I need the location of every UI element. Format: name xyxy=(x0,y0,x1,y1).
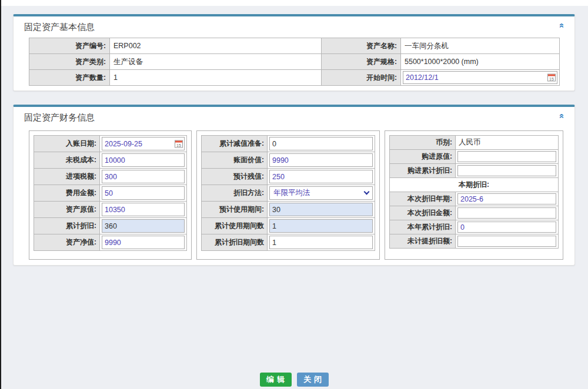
asset-name-value: 一车间分条机 xyxy=(401,38,560,54)
salvage-value-label: 预计残值: xyxy=(202,169,268,185)
untaxed-cost-label: 未税成本: xyxy=(34,152,100,168)
calendar-icon-day: 15 xyxy=(548,77,555,82)
table-row: 资产类别: 生产设备 资产规格: 5500*1000*2000 (mm) xyxy=(29,54,560,70)
table-row: 资产数量: 1 开始时间: 15 xyxy=(29,70,560,86)
asset-spec-value: 5500*1000*2000 (mm) xyxy=(401,54,560,70)
current-depr-amount-label: 本次折旧金额: xyxy=(390,206,456,220)
purchase-accum-depr-label: 购进累计折旧: xyxy=(390,164,456,177)
field-row: 累计使用期间数 xyxy=(201,217,375,234)
window-left-edge xyxy=(0,0,1,389)
financial-group-left: 入账日期: 15 未税成本: 进项税额: 费用金额: xyxy=(29,130,192,260)
book-value-label: 账面价值: xyxy=(202,152,268,168)
asset-category-value: 生产设备 xyxy=(110,54,322,70)
current-depr-amount-input[interactable] xyxy=(457,207,556,219)
start-date-label: 开始时间: xyxy=(322,70,401,86)
fee-amount-input[interactable] xyxy=(102,186,185,200)
undepreciated-amount-input[interactable] xyxy=(457,236,556,247)
depreciation-method-select[interactable]: 年限平均法 xyxy=(269,186,373,200)
financial-group-right: 币别: 人民币 购进原值: 购进累计折旧: 本期折旧: 本次折旧年期: 本次折旧… xyxy=(385,130,563,260)
accum-depreciation-input[interactable] xyxy=(102,219,185,233)
field-row: 未计提折旧额: xyxy=(389,234,559,249)
calendar-icon-top xyxy=(548,75,555,76)
financial-group-middle: 累计减值准备: 账面价值: 预计残值: 折旧方法: 年限平均法 预计使用期间: xyxy=(196,130,380,260)
current-depreciation-header: 本期折旧: xyxy=(389,177,559,192)
purchase-original-label: 购进原值: xyxy=(390,150,456,163)
impairment-reserve-label: 累计减值准备: xyxy=(202,136,268,152)
collapse-basic-button[interactable]: « xyxy=(557,20,567,31)
ytd-accum-depr-label: 本年累计折旧: xyxy=(390,220,456,234)
field-row: 累计减值准备: xyxy=(201,135,375,152)
field-row: 预计残值: xyxy=(201,168,375,185)
entry-date-label: 入账日期: xyxy=(34,136,100,152)
original-value-label: 资产原值: xyxy=(34,202,100,217)
asset-quantity-value: 1 xyxy=(110,70,322,86)
current-depr-period-label: 本次折旧年期: xyxy=(390,192,456,206)
asset-category-label: 资产类别: xyxy=(29,54,110,70)
net-value-label: 资产净值: xyxy=(34,234,100,250)
field-row: 进项税额: xyxy=(34,168,187,185)
fee-amount-label: 费用金额: xyxy=(34,185,100,201)
ytd-accum-depr-input[interactable] xyxy=(457,222,556,233)
purchase-original-input[interactable] xyxy=(457,151,556,162)
original-value-input[interactable] xyxy=(102,203,185,216)
footer-actions: 编辑 关闭 xyxy=(0,373,588,387)
top-strip xyxy=(0,0,588,6)
field-row: 预计使用期间: xyxy=(201,201,375,218)
field-row: 累计折旧期间数 xyxy=(201,234,375,251)
field-row: 本次折旧金额: xyxy=(389,206,559,220)
untaxed-cost-input[interactable] xyxy=(102,153,185,167)
entry-date-input[interactable] xyxy=(102,137,185,150)
field-row: 累计折旧: xyxy=(34,217,187,234)
depreciated-periods-input[interactable] xyxy=(269,236,373,249)
table-row: 资产编号: ERP002 资产名称: 一车间分条机 xyxy=(29,38,560,54)
field-row: 购进原值: xyxy=(389,149,559,164)
currency-value: 人民币 xyxy=(457,138,481,147)
net-value-input[interactable] xyxy=(102,236,185,249)
field-row: 购进累计折旧: xyxy=(389,163,559,178)
edit-button[interactable]: 编辑 xyxy=(260,373,292,387)
calendar-icon[interactable]: 15 xyxy=(175,140,183,147)
chevron-down-icon xyxy=(364,189,370,195)
field-row: 本年累计折旧: xyxy=(389,220,559,234)
depreciation-method-value: 年限平均法 xyxy=(273,188,310,198)
input-tax-input[interactable] xyxy=(102,170,185,183)
field-row: 费用金额: xyxy=(34,185,187,202)
used-periods-label: 累计使用期间数 xyxy=(202,218,268,234)
asset-quantity-label: 资产数量: xyxy=(29,70,110,86)
field-row: 本次折旧年期: xyxy=(389,192,559,206)
asset-code-label: 资产编号: xyxy=(29,38,110,54)
financial-section-title: 固定资产财务信息 xyxy=(24,112,95,123)
field-row: 币别: 人民币 xyxy=(389,135,559,150)
basic-section-title: 固定资产基本信息 xyxy=(24,22,95,33)
depreciation-method-label: 折旧方法: xyxy=(202,185,268,201)
depreciated-periods-label: 累计折旧期间数 xyxy=(202,234,268,250)
expected-periods-input[interactable] xyxy=(269,203,373,216)
asset-code-value: ERP002 xyxy=(110,38,322,54)
currency-label: 币别: xyxy=(390,136,456,149)
purchase-accum-depr-input[interactable] xyxy=(457,165,556,176)
undepreciated-amount-label: 未计提折旧额: xyxy=(390,234,456,248)
financial-info-card: 固定资产财务信息 « 入账日期: 15 未税成本: 进项税额: xyxy=(13,105,575,266)
field-row: 折旧方法: 年限平均法 xyxy=(201,185,375,202)
book-value-input[interactable] xyxy=(269,153,373,167)
close-button[interactable]: 关闭 xyxy=(297,373,329,387)
basic-info-card: 固定资产基本信息 « 资产编号: ERP002 资产名称: 一车间分条机 资产类… xyxy=(13,14,575,91)
chevron-double-up-icon: « xyxy=(558,113,567,118)
field-row: 账面价值: xyxy=(201,152,375,169)
accum-depreciation-label: 累计折旧: xyxy=(34,218,100,234)
current-depr-period-input[interactable] xyxy=(457,193,556,204)
used-periods-input[interactable] xyxy=(269,219,373,233)
collapse-financial-button[interactable]: « xyxy=(557,110,567,121)
expected-periods-label: 预计使用期间: xyxy=(202,202,268,217)
chevron-double-up-icon: « xyxy=(558,23,567,28)
salvage-value-input[interactable] xyxy=(269,170,373,183)
input-tax-label: 进项税额: xyxy=(34,169,100,185)
asset-name-label: 资产名称: xyxy=(322,38,401,54)
start-date-input[interactable] xyxy=(403,71,557,84)
calendar-icon[interactable]: 15 xyxy=(547,74,556,82)
field-row: 入账日期: 15 xyxy=(34,135,187,152)
field-row: 资产净值: xyxy=(34,234,187,251)
asset-spec-label: 资产规格: xyxy=(322,54,401,70)
impairment-reserve-input[interactable] xyxy=(269,137,373,150)
calendar-icon-day: 15 xyxy=(175,143,182,147)
